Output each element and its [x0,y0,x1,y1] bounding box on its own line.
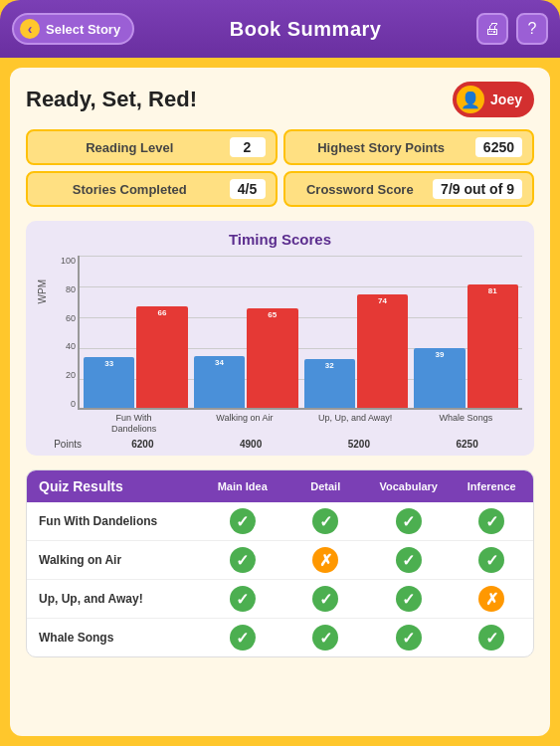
print-icon: 🖨 [484,20,500,38]
quiz-cell-1-2: ✓ [284,502,368,540]
y-tick-100: 100 [61,256,76,266]
avatar-icon: 👤 [461,91,480,109]
crossword-score-value: 7/9 out of 9 [433,179,522,199]
points-4: 6250 [416,439,518,450]
x-label-3: Up, Up, and Away! [303,413,408,435]
book-title: Ready, Set, Red! [26,87,197,112]
quiz-header-row: Quiz Results Main Idea Detail Vocabulary… [27,470,533,502]
quiz-cell-3-2: ✓ [284,580,368,618]
quiz-cell-1-3: ✓ [367,502,451,540]
quiz-cell-1-1: ✓ [201,502,284,540]
header-icon-group: 🖨 ? [476,13,548,45]
quiz-section: Quiz Results Main Idea Detail Vocabulary… [26,469,534,657]
highest-story-points-box: Highest Story Points 6250 [283,129,535,165]
check-green-icon: ✓ [230,508,256,534]
help-icon: ? [528,20,537,38]
quiz-cell-2-2: ✗ [284,541,368,579]
y-tick-20: 20 [66,370,76,380]
quiz-row-label-3: Up, Up, and Away! [27,584,201,614]
check-green-icon: ✓ [312,625,338,651]
x-label-1: Fun WithDandelions [82,413,186,435]
quiz-cell-2-3: ✓ [367,541,451,579]
points-3: 5200 [308,439,411,450]
y-tick-40: 40 [66,341,76,351]
app-header: ‹ Select Story Book Summary 🖨 ? [0,0,560,58]
bar-label-red-3: 74 [378,296,387,305]
quiz-cell-1-4: ✓ [451,502,534,540]
check-green-icon: ✓ [230,625,256,651]
quiz-cell-4-2: ✓ [284,619,368,656]
check-green-icon: ✓ [396,547,422,573]
quiz-row-1: Fun With Dandelions ✓ ✓ ✓ ✓ [27,502,533,541]
check-green-icon: ✓ [396,586,422,612]
points-2: 4900 [200,439,302,450]
bar-red-1: 66 [136,306,187,408]
quiz-row-4: Whale Songs ✓ ✓ ✓ ✓ [27,619,533,656]
bar-label-blue-2: 34 [215,358,224,367]
avatar: 👤 [457,86,484,113]
quiz-cell-4-1: ✓ [201,619,284,656]
help-button[interactable]: ? [516,13,548,45]
bar-group-4: 39 81 [414,284,518,408]
check-orange-icon: ✗ [312,547,338,573]
quiz-cell-3-4: ✗ [451,580,534,618]
highest-story-points-label: Highest Story Points [295,140,467,155]
chart-section: Timing Scores WPM 100 80 60 40 20 0 [26,221,534,456]
check-green-icon: ✓ [230,586,256,612]
quiz-row-label-1: Fun With Dandelions [27,506,201,536]
main-content: Ready, Set, Red! 👤 Joey Reading Level 2 … [10,68,550,736]
user-badge: 👤 Joey [453,82,534,117]
quiz-cell-3-3: ✓ [367,580,451,618]
quiz-title: Quiz Results [27,470,201,502]
x-labels: Fun WithDandelions Walking on Air Up, Up… [78,413,522,435]
bar-label-red-4: 81 [488,286,497,295]
quiz-col-inference: Inference [451,472,534,500]
crossword-score-box: Crossword Score 7/9 out of 9 [283,171,535,207]
quiz-row-label-2: Walking on Air [27,545,201,575]
quiz-col-detail: Detail [284,472,368,500]
bar-group-2: 34 65 [194,308,298,408]
check-green-icon: ✓ [478,625,504,651]
points-1: 6200 [92,439,194,450]
reading-level-value: 2 [230,137,266,157]
bar-red-4: 81 [467,284,518,408]
bar-label-red-1: 66 [158,308,167,317]
stories-completed-value: 4/5 [230,179,266,199]
crossword-score-label: Crossword Score [295,182,426,197]
bar-blue-3: 32 [304,359,355,408]
x-label-2: Walking on Air [192,413,296,435]
points-header: Points [38,439,86,450]
bar-groups: 33 66 34 65 32 74 [84,254,518,408]
bar-label-blue-3: 32 [325,361,334,370]
bar-group-1: 33 66 [84,306,188,408]
quiz-row-3: Up, Up, and Away! ✓ ✓ ✓ ✗ [27,580,533,619]
chart-grid: 33 66 34 65 32 74 [78,256,522,410]
title-row: Ready, Set, Red! 👤 Joey [26,82,534,117]
user-name: Joey [490,92,522,107]
stories-completed-box: Stories Completed 4/5 [26,171,278,207]
quiz-cell-2-1: ✓ [201,541,284,579]
reading-level-label: Reading Level [38,140,222,155]
check-green-icon: ✓ [478,508,504,534]
back-label: Select Story [46,22,120,37]
y-tick-0: 0 [71,399,76,409]
points-row-container: Points 6200 4900 5200 6250 [38,439,522,450]
print-button[interactable]: 🖨 [476,13,508,45]
quiz-cell-3-1: ✓ [201,580,284,618]
y-tick-60: 60 [66,313,76,323]
stats-grid: Reading Level 2 Highest Story Points 625… [26,129,534,207]
chart-title: Timing Scores [38,231,522,248]
quiz-cell-4-4: ✓ [451,619,534,656]
bar-blue-2: 34 [194,356,245,408]
quiz-col-vocabulary: Vocabulary [367,472,451,500]
bar-group-3: 32 74 [304,294,409,408]
check-green-icon: ✓ [312,508,338,534]
page-title: Book Summary [230,18,382,41]
reading-level-box: Reading Level 2 [26,129,278,165]
check-green-icon: ✓ [230,547,256,573]
back-button[interactable]: ‹ Select Story [12,13,134,45]
bar-red-2: 65 [247,308,297,408]
quiz-col-main-idea: Main Idea [201,472,284,500]
check-green-icon: ✓ [478,547,504,573]
highest-story-points-value: 6250 [475,137,522,157]
